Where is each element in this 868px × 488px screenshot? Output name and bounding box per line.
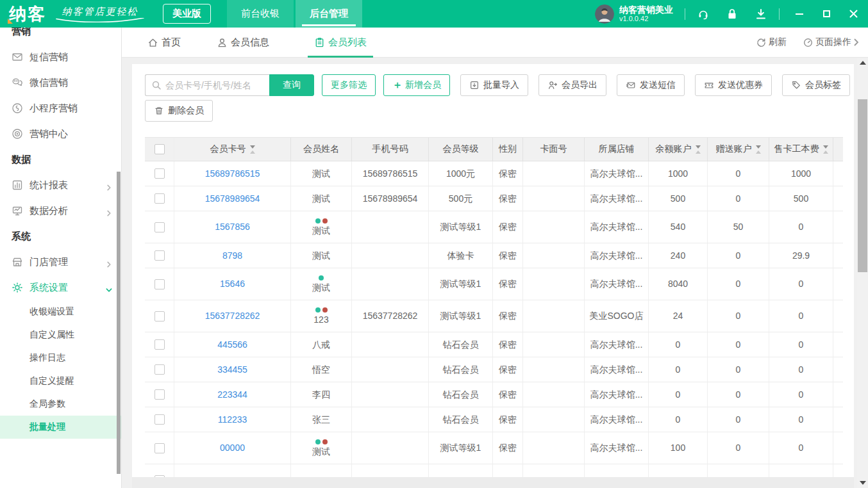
brand-text: 纳客 [9, 5, 46, 22]
refresh-button[interactable]: 刷新 [756, 37, 787, 48]
user-block[interactable]: 纳客营销美业 v1.0.0.42 [595, 4, 673, 24]
row-checkbox[interactable] [154, 250, 165, 261]
member-card-link[interactable]: 112233 [218, 414, 247, 425]
cell-gift: 0 [708, 357, 769, 382]
sidebar-subitem-custom-attributes[interactable]: 自定义属性 [0, 323, 121, 346]
cell-phone [352, 357, 429, 382]
row-checkbox[interactable] [154, 339, 165, 350]
scroll-down-arrow-icon[interactable] [860, 481, 866, 485]
main-area: 首页 会员信息 会员列表 刷新 页 [122, 28, 868, 488]
more-filters-button[interactable]: 更多筛选 [322, 74, 376, 96]
scroll-up-arrow-icon[interactable] [860, 61, 866, 65]
nav-tab-front-cashier[interactable]: 前台收银 [227, 0, 294, 28]
member-card-link[interactable]: 223344 [217, 389, 247, 400]
sort-arrows-icon[interactable] [696, 145, 701, 154]
window-minimize-button[interactable] [795, 10, 804, 19]
sidebar-subitem-batch-processing[interactable]: 批量处理 [0, 416, 121, 439]
sidebar-item-data-analysis[interactable]: 数据分析 [0, 198, 121, 224]
member-card-link[interactable]: 15637728262 [205, 310, 260, 321]
row-checkbox[interactable] [154, 311, 165, 321]
cell-balance: 24 [649, 300, 708, 332]
member-tag-button[interactable]: 会员标签 [782, 74, 850, 96]
cell-gender: 保密 [493, 243, 523, 268]
sidebar-item-store-management[interactable]: 门店管理 [0, 249, 121, 275]
row-checkbox[interactable] [154, 364, 165, 375]
download-icon[interactable] [755, 8, 767, 20]
member-card-link[interactable]: 00000 [220, 442, 245, 453]
row-checkbox[interactable] [154, 414, 165, 425]
sort-arrows-icon[interactable] [823, 145, 828, 154]
tab-member-info[interactable]: 会员信息 [213, 28, 273, 58]
row-checkbox[interactable] [154, 279, 165, 289]
col-header-fee[interactable]: 售卡工本费 [769, 138, 833, 161]
cell-card_no: 15637728262 [174, 300, 291, 332]
col-header-card_no[interactable]: 会员卡号 [174, 138, 291, 161]
sidebar-subitem-global-params[interactable]: 全局参数 [0, 393, 121, 416]
batch-import-label: 批量导入 [483, 79, 519, 91]
vertical-scrollbar-thumb[interactable] [858, 99, 867, 272]
page-operations-button[interactable]: 页面操作 [803, 37, 859, 48]
cell-phone [352, 332, 429, 357]
row-spacer [833, 211, 843, 243]
sidebar-item-system-settings[interactable]: 系统设置 [0, 275, 121, 300]
tab-home[interactable]: 首页 [144, 28, 185, 58]
select-all-checkbox[interactable] [154, 144, 165, 154]
search-box [145, 74, 269, 96]
edition-badge[interactable]: 美业版 [163, 4, 211, 24]
table-row: 1563772826212315637728262测试等级1保密美业SOGO店2… [145, 300, 843, 332]
nav-tab-backend-admin[interactable]: 后台管理 [296, 0, 362, 28]
cell-card_face [523, 407, 585, 432]
batch-import-button[interactable]: 批量导入 [460, 74, 528, 96]
refresh-label: 刷新 [769, 37, 787, 48]
sidebar-subitem-operation-log[interactable]: 操作日志 [0, 346, 121, 370]
sidebar-subitem-cashier-settings[interactable]: 收银端设置 [0, 300, 121, 323]
tag-dot-teal [315, 439, 321, 444]
member-card-link[interactable]: 8798 [222, 250, 242, 261]
row-checkbox[interactable] [154, 443, 165, 453]
search-input[interactable] [165, 80, 265, 90]
row-checkbox[interactable] [154, 222, 165, 232]
row-checkbox[interactable] [154, 168, 165, 179]
logo-accent [8, 19, 13, 24]
member-card-link[interactable]: 334455 [217, 364, 247, 375]
add-member-button[interactable]: ＋ 新增会员 [383, 74, 450, 96]
cell-balance [649, 464, 708, 477]
col-header-gift[interactable]: 赠送账户 [708, 138, 769, 161]
table-row: 445566八戒钻石会员保密高尔夫球馆...000 [145, 332, 843, 357]
member-card-link[interactable]: 15689786515 [205, 168, 260, 179]
row-checkbox[interactable] [154, 193, 165, 204]
sort-arrows-icon[interactable] [250, 145, 255, 154]
send-sms-button[interactable]: 发送短信 [617, 74, 685, 96]
member-card-link[interactable]: 15646 [220, 278, 245, 289]
window-maximize-button[interactable] [822, 10, 831, 19]
cell-name: 悟空 [291, 357, 352, 382]
cell-level: 1000元 [429, 161, 493, 186]
cell-level: 500元 [429, 186, 493, 211]
sidebar-section-system: 系统 [0, 224, 121, 249]
sidebar-item-sms-marketing[interactable]: 短信营销 [0, 44, 121, 70]
search-button[interactable]: 查询 [269, 74, 314, 96]
refresh-icon [756, 38, 766, 47]
lock-icon[interactable] [726, 8, 738, 20]
member-card-link[interactable]: 1567856 [215, 221, 250, 232]
sidebar-item-miniprogram-marketing[interactable]: 小程序营销 [0, 95, 121, 121]
row-checkbox[interactable] [154, 389, 165, 400]
member-card-link[interactable]: 445566 [217, 339, 247, 350]
send-coupon-button[interactable]: ¥ 发送优惠券 [695, 74, 772, 96]
vertical-scrollbar[interactable] [857, 58, 868, 488]
support-headset-icon[interactable] [697, 8, 710, 20]
cell-gift: 0 [708, 332, 769, 357]
delete-member-button[interactable]: 删除会员 [145, 100, 213, 122]
col-header-balance[interactable]: 余额账户 [649, 138, 708, 161]
tab-member-list[interactable]: 会员列表 [310, 28, 371, 58]
member-export-button[interactable]: 会员导出 [538, 74, 606, 96]
horizontal-scrollbar-track[interactable] [132, 477, 854, 488]
sidebar-subitem-custom-reminder[interactable]: 自定义提醒 [0, 370, 121, 393]
sidebar-item-stats-report[interactable]: 统计报表 [0, 172, 121, 198]
window-close-button[interactable] [849, 10, 858, 19]
sort-arrows-icon[interactable] [756, 145, 761, 154]
sidebar-item-marketing-center[interactable]: 营销中心 [0, 121, 121, 147]
sidebar-scrollbar-thumb[interactable] [117, 172, 121, 474]
member-card-link[interactable]: 15678989654 [205, 193, 260, 204]
sidebar-item-wechat-marketing[interactable]: 微信营销 [0, 70, 121, 95]
